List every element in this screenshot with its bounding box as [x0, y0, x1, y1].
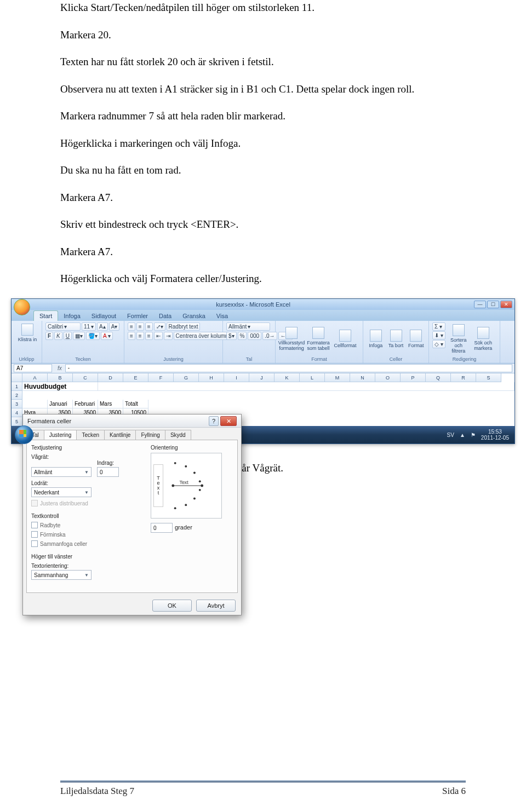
format-table-button[interactable]: Formatera som tabell — [306, 323, 331, 355]
combo-vagrat[interactable]: Allmänt▼ — [31, 467, 92, 477]
format-cells-button[interactable]: Format — [407, 323, 425, 355]
grow-font-button[interactable]: A▴ — [97, 323, 108, 331]
inc-decimal-button[interactable]: .0→ — [262, 332, 277, 340]
start-button[interactable] — [15, 425, 33, 444]
col-header-g[interactable]: G — [174, 373, 199, 382]
indent-inc-button[interactable]: ⇥ — [164, 332, 173, 340]
col-header-e[interactable]: E — [123, 373, 148, 382]
italic-button[interactable]: K — [54, 332, 62, 340]
font-size-combo[interactable]: 11 ▾ — [82, 323, 96, 331]
row-header-1[interactable]: 1 — [12, 382, 22, 391]
fx-icon[interactable]: fx — [54, 365, 65, 371]
underline-button[interactable]: U — [64, 332, 72, 340]
border-button[interactable]: ▦▾ — [73, 332, 85, 340]
row-header-2[interactable]: 2 — [12, 391, 22, 400]
paste-button[interactable]: Klistra in — [15, 323, 40, 343]
chk-forminska[interactable]: Förminska — [31, 531, 143, 538]
font-name-combo[interactable]: Calibri ▾ — [45, 323, 81, 331]
align-mid-button[interactable]: ≡ — [136, 323, 144, 331]
cell-a3[interactable] — [22, 400, 48, 408]
col-header-q[interactable]: Q — [426, 373, 451, 382]
orientation-arc[interactable]: Text — [168, 459, 218, 512]
chk-radbyte[interactable]: Radbyte — [31, 522, 143, 528]
fill-color-button[interactable]: 🪣▾ — [86, 332, 100, 340]
col-header-n[interactable]: N — [350, 373, 375, 382]
cell-c3[interactable]: Februari — [73, 400, 98, 408]
ok-button[interactable]: OK — [152, 600, 192, 612]
col-header-r[interactable]: R — [451, 373, 476, 382]
maximize-button[interactable]: ☐ — [487, 301, 499, 308]
percent-button[interactable]: % — [238, 332, 247, 340]
cell-row1-rest[interactable] — [98, 382, 514, 391]
indent-dec-button[interactable]: ⇤ — [154, 332, 163, 340]
cancel-button[interactable]: Avbryt — [196, 600, 236, 612]
name-box[interactable]: A7 — [14, 364, 52, 372]
font-color-button[interactable]: A▾ — [101, 332, 113, 340]
orientation-control[interactable]: Text — [151, 453, 222, 519]
vertical-text-button[interactable]: Text — [153, 464, 163, 507]
cell-b3[interactable]: Januari — [48, 400, 73, 408]
fill-button[interactable]: ⬇ ▾ — [432, 331, 445, 339]
row-header-4[interactable]: 4 — [12, 408, 22, 417]
col-header-j[interactable]: J — [249, 373, 275, 382]
cell-styles-button[interactable]: Cellformat — [333, 323, 358, 355]
dlg-tab-skydd[interactable]: Skydd — [165, 430, 191, 440]
col-header-k[interactable]: K — [275, 373, 300, 382]
shrink-font-button[interactable]: A▾ — [109, 323, 120, 331]
align-bot-button[interactable]: ≡ — [145, 323, 153, 331]
tab-start[interactable]: Start — [33, 310, 58, 321]
bold-button[interactable]: F — [45, 332, 53, 340]
col-header-m[interactable]: M — [325, 373, 350, 382]
col-header-s[interactable]: S — [476, 373, 501, 382]
number-format-combo[interactable]: Allmänt ▾ — [226, 323, 270, 331]
sort-filter-button[interactable]: Sortera och filtrera — [447, 323, 470, 355]
row-header-5[interactable]: 5 — [12, 417, 22, 426]
col-header-f[interactable]: F — [148, 373, 174, 382]
tab-granska[interactable]: Granska — [177, 311, 211, 321]
office-button[interactable] — [14, 299, 30, 315]
dialog-help-button[interactable]: ? — [209, 416, 219, 426]
cell-d3[interactable]: Mars — [98, 400, 123, 408]
dlg-tab-fyllning[interactable]: Fyllning — [135, 430, 165, 440]
combo-lodrat[interactable]: Nederkant▼ — [31, 487, 92, 497]
col-header-p[interactable]: P — [401, 373, 426, 382]
insert-cells-button[interactable]: Infoga — [367, 323, 385, 355]
combo-textorient[interactable]: Sammanhang▼ — [31, 570, 92, 580]
clear-button[interactable]: ◇ ▾ — [432, 340, 445, 348]
minimize-button[interactable]: — — [474, 301, 486, 308]
col-header-d[interactable]: D — [98, 373, 123, 382]
tab-sidlayout[interactable]: Sidlayout — [86, 311, 122, 321]
dlg-tab-kantlinje[interactable]: Kantlinje — [104, 430, 136, 440]
find-select-button[interactable]: Sök och markera — [472, 323, 495, 355]
taskbar-clock[interactable]: 15:53 2011-12-05 — [481, 429, 509, 441]
tab-infoga[interactable]: Infoga — [58, 311, 86, 321]
wrap-text-button[interactable]: Radbryt text — [167, 323, 201, 331]
tab-data[interactable]: Data — [153, 311, 177, 321]
cell-e3[interactable]: Totalt — [123, 400, 148, 408]
autosum-button[interactable]: Σ ▾ — [432, 323, 445, 331]
formula-input[interactable]: - — [65, 364, 512, 372]
col-header-i[interactable]: I — [224, 373, 249, 382]
lang-indicator[interactable]: SV — [447, 432, 454, 438]
align-left-button[interactable]: ≡ — [128, 332, 135, 340]
spin-grader[interactable]: 0 — [151, 523, 173, 533]
flag-icon[interactable]: ⚑ — [471, 432, 476, 438]
col-header-l[interactable]: L — [300, 373, 325, 382]
conditional-format-button[interactable]: Villkorsstyrd formatering — [279, 323, 304, 355]
chk-sammanfoga[interactable]: Sammanfoga celler — [31, 540, 143, 547]
select-all-corner[interactable] — [12, 373, 22, 382]
tab-visa[interactable]: Visa — [211, 311, 233, 321]
close-button[interactable]: ✕ — [500, 301, 512, 308]
dialog-close-button[interactable]: ✕ — [220, 416, 237, 426]
row-header-3[interactable]: 3 — [12, 400, 22, 408]
col-header-o[interactable]: O — [375, 373, 401, 382]
tray-icon[interactable]: ▲ — [460, 432, 465, 438]
align-right-button[interactable]: ≡ — [145, 332, 153, 340]
spin-indrag[interactable]: 0 — [97, 467, 119, 477]
align-top-button[interactable]: ≡ — [128, 323, 135, 331]
dlg-tab-justering[interactable]: Justering — [44, 430, 77, 440]
col-header-h[interactable]: H — [199, 373, 224, 382]
col-header-c[interactable]: C — [73, 373, 98, 382]
tab-formler[interactable]: Formler — [122, 311, 153, 321]
cell-a1[interactable]: Huvudbudget — [22, 382, 98, 391]
